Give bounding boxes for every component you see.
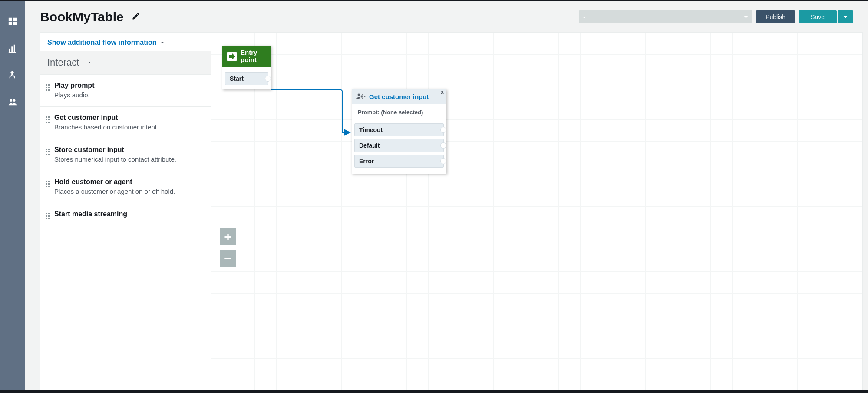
port-error[interactable]: Error	[354, 155, 444, 168]
publish-button[interactable]: Publish	[756, 10, 795, 23]
svg-rect-0	[9, 18, 12, 21]
node-get-customer-input[interactable]: Get customer input x Prompt: (None selec…	[352, 89, 446, 174]
node-entry-title-2: point	[241, 56, 257, 64]
show-flow-info-label: Show additional flow information	[47, 39, 157, 46]
block-title: Play prompt	[54, 82, 94, 89]
block-desc: Branches based on customer intent.	[54, 123, 158, 131]
svg-rect-1	[13, 18, 17, 21]
nav-rail	[0, 1, 25, 390]
port-timeout[interactable]: Timeout	[354, 123, 444, 136]
flow-canvas[interactable]: Entry point Start Get customer input	[211, 32, 863, 390]
node-entry-point[interactable]: Entry point Start	[222, 46, 271, 89]
drag-handle-icon	[46, 181, 51, 195]
node-entry-header: Entry point	[222, 46, 271, 67]
svg-point-8	[10, 99, 12, 102]
svg-rect-3	[13, 22, 17, 25]
version-select[interactable]: -	[579, 10, 752, 23]
svg-point-9	[13, 99, 15, 102]
node-gci-prompt: Prompt: (None selected)	[352, 104, 446, 123]
zoom-out-button[interactable]: −	[220, 250, 236, 267]
dashboard-icon[interactable]	[0, 17, 25, 26]
svg-point-11	[358, 94, 360, 96]
svg-rect-6	[14, 45, 15, 52]
block-item-get-customer-input[interactable]: Get customer input Branches based on cus…	[40, 106, 211, 139]
svg-rect-7	[9, 52, 16, 53]
block-item-store-customer-input[interactable]: Store customer input Stores numerical in…	[40, 139, 211, 171]
chevron-down-icon	[843, 16, 848, 18]
node-gci-header: Get customer input x	[352, 89, 446, 104]
users-icon[interactable]	[0, 97, 25, 107]
routing-icon[interactable]	[0, 70, 25, 80]
close-icon[interactable]: x	[441, 89, 444, 95]
drag-handle-icon	[46, 149, 51, 163]
save-split-button[interactable]	[838, 10, 853, 23]
category-label: Interact	[47, 57, 79, 68]
drag-handle-icon	[46, 213, 51, 220]
version-select-placeholder: -	[583, 14, 585, 20]
metrics-icon[interactable]	[0, 43, 25, 53]
drag-handle-icon	[46, 84, 51, 99]
block-title: Get customer input	[54, 114, 158, 122]
chevron-down-icon	[744, 16, 748, 18]
zoom-in-button[interactable]: +	[220, 228, 236, 245]
block-item-play-prompt[interactable]: Play prompt Plays audio.	[40, 74, 211, 106]
arrow-right-box-icon	[227, 51, 237, 62]
chevron-down-icon	[159, 40, 165, 46]
port-start[interactable]: Start	[225, 72, 268, 85]
node-entry-title-1: Entry	[241, 49, 257, 56]
block-item-start-media-streaming[interactable]: Start media streaming	[40, 203, 211, 228]
block-title: Store customer input	[54, 146, 176, 154]
drag-handle-icon	[46, 116, 51, 131]
page-title: BookMyTable	[40, 10, 124, 24]
block-desc: Stores numerical input to contact attrib…	[54, 155, 176, 163]
titlebar: BookMyTable - Publish Save	[25, 1, 868, 32]
port-default[interactable]: Default	[354, 139, 444, 152]
block-desc: Plays audio.	[54, 91, 94, 99]
customer-input-icon	[356, 92, 366, 100]
block-desc: Places a customer or agent on or off hol…	[54, 188, 175, 195]
node-gci-title: Get customer input	[369, 93, 429, 100]
svg-point-13	[364, 96, 365, 97]
save-button[interactable]: Save	[799, 10, 837, 23]
block-title: Start media streaming	[54, 210, 127, 218]
category-header-interact[interactable]: Interact	[40, 51, 211, 74]
chevron-up-icon	[86, 59, 93, 66]
block-item-hold-customer-or-agent[interactable]: Hold customer or agent Places a customer…	[40, 171, 211, 203]
svg-rect-4	[9, 49, 10, 52]
blocks-sidebar: Show additional flow information Interac…	[40, 32, 211, 390]
svg-rect-5	[11, 46, 13, 52]
svg-rect-2	[9, 22, 12, 25]
show-flow-info-toggle[interactable]: Show additional flow information	[40, 33, 211, 51]
block-title: Hold customer or agent	[54, 178, 175, 186]
edit-title-icon[interactable]	[132, 12, 140, 22]
